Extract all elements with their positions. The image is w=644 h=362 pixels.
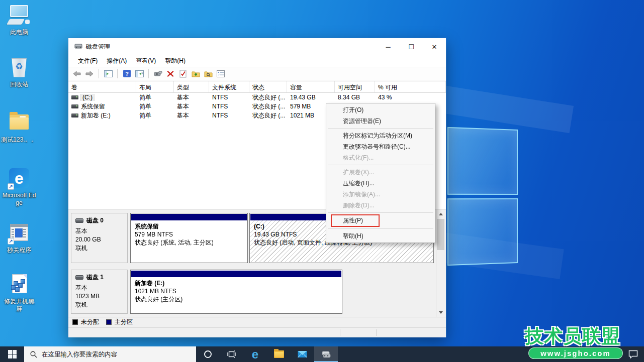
taskbar-cortana-button[interactable] bbox=[196, 346, 220, 362]
taskbar-task-view-button[interactable] bbox=[220, 346, 243, 362]
column-header-filler bbox=[415, 81, 446, 92]
folder-up-icon[interactable] bbox=[191, 69, 200, 78]
menu-separator bbox=[326, 163, 435, 167]
menu-view[interactable]: 查看(V) bbox=[131, 55, 160, 67]
scroll-up-icon[interactable] bbox=[436, 210, 445, 218]
desktop-icon-label: 回收站 bbox=[10, 81, 28, 88]
column-header-freespace[interactable]: 可用空间 bbox=[335, 81, 375, 92]
desktop-icon-test-folder[interactable]: 测试123.。。 bbox=[0, 111, 38, 144]
cell-type: 基本 bbox=[174, 102, 209, 111]
check-document-icon[interactable] bbox=[178, 69, 188, 78]
disk-online: 联机 bbox=[75, 301, 123, 309]
taskbar-disk-management-button[interactable] bbox=[314, 346, 338, 362]
action-center-icon[interactable] bbox=[628, 350, 638, 358]
menu-item-shrink-volume[interactable]: 压缩卷(H)... bbox=[326, 178, 435, 189]
toolbar-separator bbox=[148, 69, 149, 78]
help-icon[interactable]: ? bbox=[122, 69, 131, 78]
column-header-layout[interactable]: 布局 bbox=[136, 81, 174, 92]
watermark-title: 技术员联盟 bbox=[525, 324, 620, 349]
taskbar-search-box[interactable] bbox=[24, 346, 196, 362]
status-bar bbox=[68, 327, 446, 337]
menu-separator bbox=[326, 127, 435, 130]
desktop-icon-label: 此电脑 bbox=[10, 29, 28, 36]
checklist-icon[interactable] bbox=[216, 69, 225, 78]
column-header-status[interactable]: 状态 bbox=[249, 81, 287, 92]
partition-new-volume-e[interactable]: 新加卷 (E:) 1021 MB NTFS 状态良好 (主分区) bbox=[130, 270, 342, 314]
scroll-down-icon[interactable] bbox=[436, 308, 445, 317]
disk-size: 1023 MB bbox=[75, 292, 123, 301]
vertical-scrollbar[interactable] bbox=[436, 210, 445, 317]
taskbar-edge-button[interactable]: e bbox=[243, 346, 267, 362]
menu-file[interactable]: 文件(F) bbox=[73, 55, 102, 67]
menu-item-mark-active[interactable]: 将分区标记为活动分区(M) bbox=[326, 130, 435, 141]
disk-name: 磁盘 1 bbox=[86, 273, 104, 282]
menu-item-open[interactable]: 打开(O) bbox=[326, 104, 435, 115]
disk-kind: 基本 bbox=[75, 227, 123, 235]
disk-online: 联机 bbox=[75, 244, 123, 253]
menu-item-change-drive-letter[interactable]: 更改驱动器号和路径(C)... bbox=[326, 141, 435, 152]
forward-icon[interactable] bbox=[85, 69, 94, 78]
volume-name: (C:) bbox=[81, 94, 94, 101]
menu-item-explorer[interactable]: 资源管理器(E) bbox=[326, 115, 435, 127]
watermark-url: www.jsgho.com bbox=[528, 347, 623, 359]
cell-layout: 简单 bbox=[136, 102, 174, 111]
minimize-button[interactable]: ─ bbox=[377, 38, 400, 55]
legend-unallocated-label: 未分配 bbox=[81, 318, 99, 326]
legend-bar: 未分配 主分区 bbox=[68, 317, 446, 327]
detail-pane-icon[interactable] bbox=[135, 69, 144, 78]
toolbar: ? bbox=[68, 67, 446, 80]
cell-status: 状态良好 (... bbox=[249, 111, 287, 120]
cell-fs: NTFS bbox=[209, 103, 249, 110]
scrollbar-thumb[interactable] bbox=[437, 219, 444, 250]
cell-fs: NTFS bbox=[209, 94, 249, 101]
desktop-icon-edge[interactable]: e↗ Microsoft Edge bbox=[0, 167, 38, 207]
back-icon[interactable] bbox=[72, 69, 81, 78]
screenshot-tool-icon[interactable] bbox=[153, 69, 162, 78]
desktop-icon-label: 测试123.。。 bbox=[1, 136, 37, 144]
menu-item-delete-volume: 删除卷(D)... bbox=[326, 200, 435, 211]
menu-help[interactable]: 帮助(H) bbox=[160, 55, 190, 67]
maximize-button[interactable]: ☐ bbox=[400, 38, 423, 55]
menu-action[interactable]: 操作(A) bbox=[102, 55, 131, 67]
menu-item-format: 格式化(F)... bbox=[326, 152, 435, 163]
disk0-label-panel[interactable]: 磁盘 0 基本 20.00 GB 联机 bbox=[71, 213, 128, 263]
cell-status: 状态良好 (... bbox=[249, 102, 287, 111]
close-button[interactable]: ✕ bbox=[423, 38, 446, 55]
partition-status: 状态良好 (系统, 活动, 主分区) bbox=[135, 238, 243, 247]
desktop-icon-this-pc[interactable]: 此电脑 bbox=[0, 4, 38, 36]
toolbar-separator bbox=[99, 69, 99, 78]
column-header-type[interactable]: 类型 bbox=[174, 81, 209, 92]
cell-capacity: 19.43 GB bbox=[287, 94, 335, 101]
column-header-capacity[interactable]: 容量 bbox=[287, 81, 335, 92]
folder-find-icon[interactable] bbox=[204, 69, 213, 78]
column-header-volume[interactable]: 卷 bbox=[68, 81, 136, 92]
taskbar-mail-button[interactable] bbox=[291, 346, 314, 362]
start-button[interactable] bbox=[0, 346, 24, 362]
desktop-icon-fix-black-screen[interactable]: 修复开机黑屏 bbox=[0, 273, 38, 313]
desktop-icon-quick-close-app[interactable]: ↗ 秒关程序 bbox=[0, 222, 38, 254]
search-input[interactable] bbox=[42, 351, 182, 358]
column-header-pctfree[interactable]: % 可用 bbox=[375, 81, 415, 92]
toolbar-separator bbox=[117, 69, 118, 78]
volume-name: 新加卷 (E:) bbox=[81, 111, 111, 120]
column-header-filesystem[interactable]: 文件系统 bbox=[209, 81, 249, 92]
console-tree-icon[interactable] bbox=[104, 69, 113, 78]
partition-title: 系统保留 bbox=[135, 222, 243, 230]
search-icon bbox=[30, 351, 37, 358]
partition-system-reserved[interactable]: 系统保留 579 MB NTFS 状态良好 (系统, 活动, 主分区) bbox=[130, 213, 248, 263]
taskbar-file-explorer-button[interactable] bbox=[267, 346, 291, 362]
primary-partition-strip bbox=[131, 214, 247, 220]
volume-row-c[interactable]: (C:) 简单 基本 NTFS 状态良好 (... 19.43 GB 8.34 … bbox=[68, 93, 446, 102]
menu-item-help[interactable]: 帮助(H) bbox=[326, 230, 435, 242]
disk1-label-panel[interactable]: 磁盘 1 基本 1023 MB 联机 bbox=[71, 270, 128, 314]
menu-item-properties[interactable]: 属性(P) bbox=[326, 214, 435, 227]
mail-icon bbox=[298, 350, 307, 358]
file-explorer-icon bbox=[274, 350, 284, 358]
desktop-icon-recycle-bin[interactable]: ♻ 回收站 bbox=[0, 56, 38, 88]
cell-type: 基本 bbox=[174, 111, 209, 120]
menu-separator bbox=[326, 227, 435, 230]
title-bar[interactable]: 磁盘管理 ─ ☐ ✕ bbox=[68, 38, 446, 55]
window-title: 磁盘管理 bbox=[86, 43, 110, 51]
delete-icon[interactable] bbox=[166, 69, 175, 78]
disk-size: 20.00 GB bbox=[75, 235, 123, 244]
